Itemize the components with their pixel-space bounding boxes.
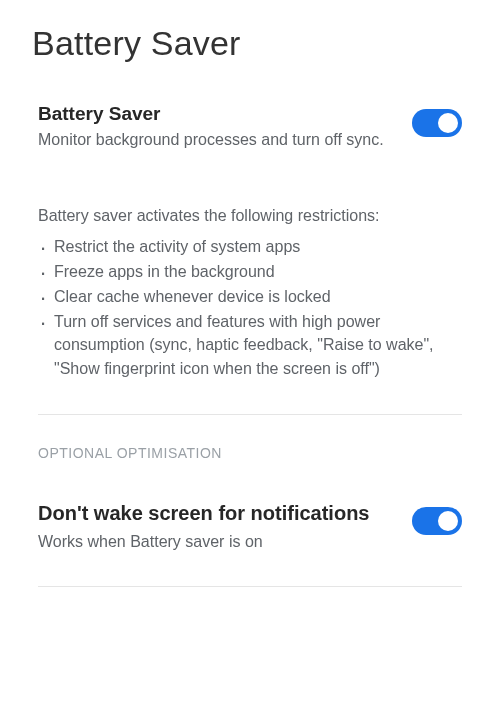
content-area: Battery Saver Monitor background process… [0, 71, 500, 587]
divider [38, 586, 462, 587]
optional-optimisation-header: OPTIONAL OPTIMISATION [38, 445, 462, 461]
divider [38, 414, 462, 415]
restrictions-list: Restrict the activity of system apps Fre… [38, 235, 462, 380]
battery-saver-title: Battery Saver [38, 103, 396, 125]
battery-saver-text: Battery Saver Monitor background process… [38, 103, 396, 151]
battery-saver-toggle[interactable] [412, 109, 462, 137]
toggle-knob [438, 511, 458, 531]
toggle-knob [438, 113, 458, 133]
list-item: Restrict the activity of system apps [38, 235, 462, 258]
list-item: Freeze apps in the background [38, 260, 462, 283]
list-item: Clear cache whenever device is locked [38, 285, 462, 308]
restrictions-intro: Battery saver activates the following re… [38, 207, 462, 225]
dont-wake-text: Don't wake screen for notifications Work… [38, 501, 396, 553]
battery-saver-setting-row[interactable]: Battery Saver Monitor background process… [38, 103, 462, 151]
list-item: Turn off services and features with high… [38, 310, 462, 380]
dont-wake-toggle[interactable] [412, 507, 462, 535]
page-title: Battery Saver [0, 0, 500, 71]
dont-wake-setting-row[interactable]: Don't wake screen for notifications Work… [38, 501, 462, 553]
dont-wake-title: Don't wake screen for notifications [38, 501, 396, 525]
dont-wake-description: Works when Battery saver is on [38, 531, 396, 553]
battery-saver-description: Monitor background processes and turn of… [38, 129, 396, 151]
